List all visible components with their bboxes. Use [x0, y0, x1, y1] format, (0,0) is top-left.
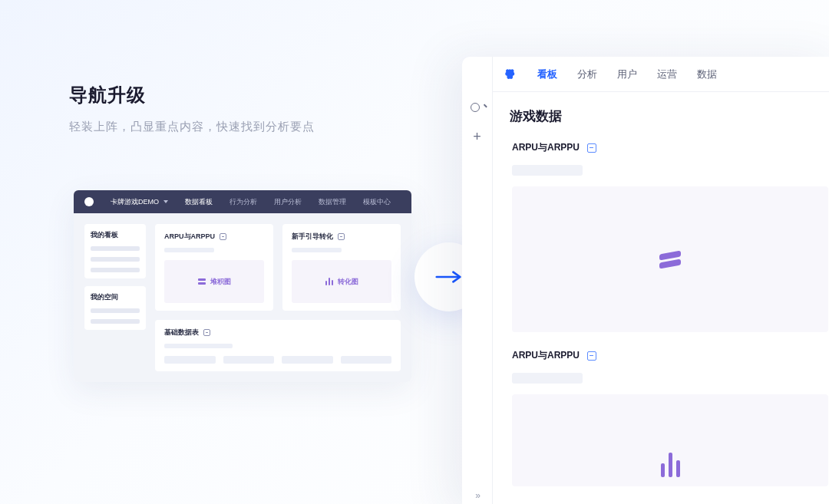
nav-tab-analysis[interactable]: 分析: [577, 68, 597, 81]
nav-tab-operation[interactable]: 运营: [657, 68, 677, 81]
card-title-text: 基础数据表: [164, 328, 199, 338]
card-title: ARPU与ARPPU: [164, 232, 264, 242]
card-arpu-primary[interactable]: ARPU与ARPPU: [510, 140, 829, 333]
sidebar-group-title: 我的看板: [91, 230, 140, 240]
card-title: ARPU与ARPPU: [512, 349, 829, 362]
old-ui-panel: 卡牌游戏DEMO 数据看板 行为分析 用户分析 数据管理 模板中心 我的看板 我…: [74, 190, 411, 382]
card-title: 基础数据表: [164, 328, 391, 338]
old-sidebar: 我的看板 我的空间: [84, 224, 146, 371]
headline-title: 导航升级: [69, 83, 315, 107]
new-content: 游戏数据 ARPU与ARPPU ARPU与ARPPU: [493, 92, 829, 504]
old-top-nav: 卡牌游戏DEMO 数据看板 行为分析 用户分析 数据管理 模板中心: [74, 190, 411, 213]
new-top-nav: 看板 分析 用户 运营 数据: [493, 57, 829, 92]
bar-chart-icon: [325, 278, 333, 285]
chart-type-label: 转化图: [338, 277, 358, 287]
old-nav-tab-data[interactable]: 数据管理: [319, 197, 346, 207]
card-basic-data[interactable]: 基础数据表: [155, 320, 401, 371]
skeleton-bar: [164, 248, 214, 252]
marketing-headline-block: 导航升级 轻装上阵，凸显重点内容，快速找到分析要点: [69, 83, 315, 134]
note-icon: [338, 233, 345, 240]
old-nav-tab-template[interactable]: 模板中心: [363, 197, 391, 207]
card-title-text: ARPU与ARPPU: [164, 232, 215, 242]
card-title: ARPU与ARPPU: [512, 141, 829, 154]
skeleton-bar: [91, 268, 140, 272]
skeleton-bar: [164, 344, 233, 348]
card-title-text: ARPU与ARPPU: [512, 349, 580, 362]
bar-chart-icon: [661, 453, 680, 477]
old-nav-tab-user[interactable]: 用户分析: [274, 197, 302, 207]
page-title: 游戏数据: [510, 107, 829, 125]
arrow-right-icon: [435, 269, 463, 285]
headline-subtitle: 轻装上阵，凸显重点内容，快速找到分析要点: [69, 120, 315, 134]
skeleton-bar: [512, 373, 583, 384]
new-leftbar: + »: [462, 57, 493, 504]
area-chart-icon: [659, 251, 681, 268]
skeleton-bar: [91, 257, 140, 262]
project-selector[interactable]: 卡牌游戏DEMO: [111, 197, 168, 207]
chart-area-bars: [512, 394, 828, 486]
sidebar-group-title: 我的空间: [91, 292, 140, 302]
brand-logo-icon: [84, 197, 94, 206]
search-icon[interactable]: [470, 100, 485, 115]
card-title-text: 新手引导转化: [292, 232, 333, 242]
chart-placeholder-stack: 堆积图: [164, 260, 264, 303]
note-icon: [203, 329, 210, 336]
skeleton-bar: [91, 246, 140, 251]
card-onboarding[interactable]: 新手引导转化 转化图: [282, 224, 401, 311]
skeleton-bar: [91, 308, 140, 313]
old-body: 我的看板 我的空间 ARPU与ARPPU: [74, 213, 411, 382]
skeleton-row: [164, 356, 391, 364]
old-main: ARPU与ARPPU 堆积图 新手引导转化: [155, 224, 401, 371]
nav-tab-user[interactable]: 用户: [617, 68, 637, 81]
stack-chart-icon: [198, 278, 206, 285]
skeleton-bar: [91, 319, 140, 324]
card-title-text: ARPU与ARPPU: [512, 141, 580, 154]
card-arpu[interactable]: ARPU与ARPPU 堆积图: [155, 224, 273, 311]
old-nav-tab-behavior[interactable]: 行为分析: [230, 197, 257, 207]
old-nav-tab-dashboard[interactable]: 数据看板: [185, 197, 213, 207]
brand-logo-icon: [504, 68, 517, 81]
expand-sidebar-icon[interactable]: »: [470, 488, 485, 503]
note-icon: [587, 143, 596, 153]
note-icon: [220, 233, 226, 240]
skeleton-bar: [292, 248, 342, 252]
chart-area-wave: [512, 186, 828, 332]
nav-tab-board[interactable]: 看板: [537, 68, 557, 81]
add-button[interactable]: +: [470, 129, 485, 144]
note-icon: [587, 351, 596, 361]
chart-type-label: 堆积图: [210, 277, 231, 287]
chart-placeholder-funnel: 转化图: [292, 260, 391, 303]
sidebar-group-my-boards[interactable]: 我的看板: [84, 224, 146, 278]
new-right-pane: 看板 分析 用户 运营 数据 游戏数据 ARPU与ARPPU ARPU与ARPP…: [493, 57, 829, 504]
nav-tab-data[interactable]: 数据: [697, 68, 717, 81]
new-ui-panel: + » 看板 分析 用户 运营 数据 游戏数据 ARPU与ARPPU: [462, 57, 829, 504]
skeleton-bar: [512, 165, 583, 176]
card-arpu-secondary[interactable]: ARPU与ARPPU: [510, 348, 829, 487]
sidebar-group-my-space[interactable]: 我的空间: [84, 286, 146, 330]
card-title: 新手引导转化: [292, 232, 391, 242]
